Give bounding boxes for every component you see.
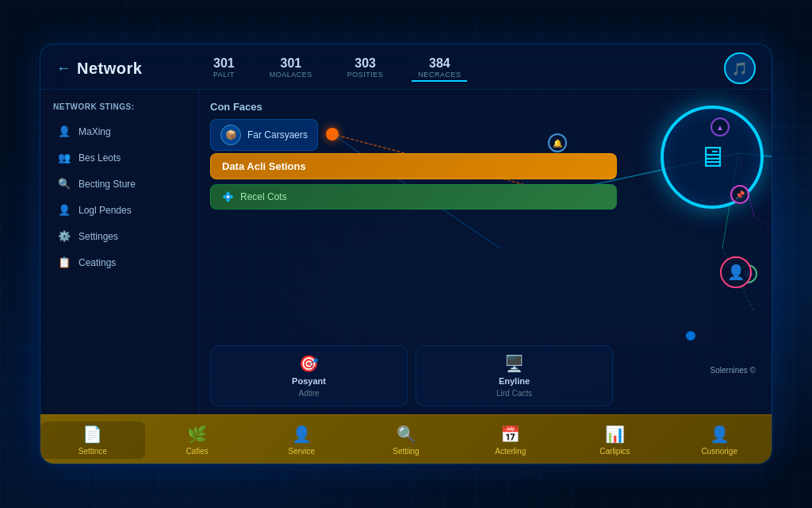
footer-tab-icon-1: 🌿 [187, 425, 207, 444]
page-title: Network [77, 60, 142, 78]
footer-tab-cusnorige[interactable]: 👤 Cusnorige [667, 421, 772, 459]
footer-tab-icon-3: 🔍 [396, 425, 416, 444]
avatar-icon: 👤 [720, 256, 752, 288]
footer-tab-service[interactable]: 👤 Service [249, 421, 354, 459]
sidebar-icon-3: 👤 [58, 204, 71, 216]
footer-tab-icon-0: 📄 [82, 425, 102, 444]
sidebar-icon-4: ⚙️ [58, 230, 71, 242]
sidebar-item-3[interactable]: 👤 Logl Pendes [45, 198, 193, 222]
footer-tab-label-1: Cafies [186, 447, 208, 456]
stat-number-3: 384 [429, 56, 450, 71]
header-row: ← Network 301 PALIT 301 MOALACES 303 POS… [40, 44, 772, 90]
stat-item-3[interactable]: 384 NECRACES [412, 55, 467, 82]
bottom-boxes: 🎯 Posyant Adtire 🖥️ Enyline Lird Cacts [210, 345, 613, 406]
stat-label-0: PALIT [213, 71, 235, 79]
solernines-label: Solernines © [710, 366, 756, 375]
sidebar-icon-0: 👤 [58, 125, 71, 137]
sidebar-item-5[interactable]: 📋 Ceatings [45, 250, 193, 275]
stat-number-0: 301 [213, 56, 235, 71]
data-actions-label: Data Acli Setions [222, 160, 306, 172]
data-actions-card[interactable]: Data Acli Setions [210, 153, 617, 179]
music-icon: 🎵 [732, 61, 748, 76]
enyline-box[interactable]: 🖥️ Enyline Lird Cacts [416, 345, 613, 406]
enyline-label: Enyline [499, 376, 530, 386]
sidebar-item-2[interactable]: 🔍 Becting Sture [45, 171, 193, 196]
back-title: ← Network [56, 60, 183, 78]
sidebar-item-label-4: Settinges [79, 231, 118, 242]
footer-tab-label-4: Acterling [495, 447, 526, 456]
sidebar-item-0[interactable]: 👤 MaXing [45, 119, 193, 144]
posyant-box[interactable]: 🎯 Posyant Adtire [210, 345, 408, 406]
sidebar-item-label-5: Ceatings [79, 257, 116, 268]
header-icon[interactable]: 🎵 [724, 52, 756, 84]
footer-tab-acterling[interactable]: 📅 Acterling [458, 421, 563, 459]
footer-tab-label-6: Cusnorige [701, 447, 737, 456]
footer-tab-icon-4: 📅 [500, 425, 520, 444]
adtire-label: Adtire [298, 389, 319, 398]
rebel-icon: 💠 [222, 191, 234, 202]
sidebar-icon-5: 📋 [58, 256, 71, 268]
stat-label-3: NECRACES [418, 71, 461, 79]
stat-item-2[interactable]: 303 POSITIES [341, 55, 390, 82]
main-card: ← Network 301 PALIT 301 MOALACES 303 POS… [40, 44, 772, 464]
right-avatar-node: 👤 [720, 256, 752, 288]
body-row: Network Stings: 👤 MaXing 👥 Bes Leots 🔍 B… [40, 90, 772, 414]
main-content: Con Faces 📦 Far Carsyaers [199, 90, 772, 414]
sidebar-item-label-0: MaXing [79, 126, 111, 137]
footer-tab-label-2: Service [289, 447, 315, 456]
footer-tab-settiing[interactable]: 🔍 Settiing [354, 421, 458, 459]
stat-label-1: MOALACES [270, 71, 312, 79]
svg-point-8 [686, 331, 695, 341]
footer-tab-settince[interactable]: 📄 Settince [40, 421, 145, 459]
footer-tab-label-5: Carlipics [599, 447, 630, 456]
stat-number-2: 303 [354, 56, 376, 71]
sidebar-item-label-2: Becting Sture [79, 179, 136, 190]
footer-tab-icon-5: 📊 [605, 425, 625, 444]
node-2: ▲ [710, 117, 730, 137]
stat-number-1: 301 [281, 56, 302, 71]
footer-tab-icon-6: 👤 [710, 425, 730, 444]
stat-item-1[interactable]: 301 MOALACES [263, 55, 319, 82]
svg-line-5 [754, 217, 772, 248]
sidebar: Network Stings: 👤 MaXing 👥 Bes Leots 🔍 B… [40, 90, 199, 414]
posyant-label: Posyant [292, 376, 326, 386]
sidebar-item-4[interactable]: ⚙️ Settinges [45, 224, 193, 248]
data-cards-area: Data Acli Setions 💠 Recel Cots [210, 153, 617, 210]
footer-tab-icon-2: 👤 [292, 425, 312, 444]
sidebar-item-label-3: Logl Pendes [79, 205, 132, 216]
rebel-costs-card[interactable]: 💠 Recel Cots [210, 184, 617, 210]
sidebar-icon-1: 👥 [58, 152, 71, 164]
sidebar-icon-2: 🔍 [58, 178, 71, 190]
footer-tab-cafies[interactable]: 🌿 Cafies [145, 421, 250, 459]
monitor-icon: 🖥 [698, 140, 726, 174]
lird-cacts-label: Lird Cacts [496, 389, 532, 398]
stat-label-2: POSITIES [347, 71, 384, 79]
footer-tab-label-0: Settince [79, 447, 107, 456]
node-3: 📌 [730, 185, 749, 204]
footer-tab-label-3: Settiing [393, 447, 419, 456]
sidebar-section-title: Network Stings: [40, 99, 198, 117]
footer-tabbar: 📄 Settince 🌿 Cafies 👤 Service 🔍 Settiing… [40, 414, 772, 464]
sidebar-item-1[interactable]: 👥 Bes Leots [45, 145, 193, 170]
node-1: 🔔 [548, 133, 567, 152]
posyant-icon: 🎯 [299, 354, 319, 373]
footer-tab-carlipics[interactable]: 📊 Carlipics [563, 421, 668, 459]
back-arrow-icon[interactable]: ← [56, 60, 71, 77]
stats-row: 301 PALIT 301 MOALACES 303 POSITIES 384 … [207, 55, 700, 82]
rebel-costs-label: Recel Cots [240, 191, 287, 202]
enyline-icon: 🖥️ [504, 354, 524, 373]
sidebar-item-label-1: Bes Leots [79, 152, 121, 164]
stat-item-0[interactable]: 301 PALIT [207, 55, 241, 82]
